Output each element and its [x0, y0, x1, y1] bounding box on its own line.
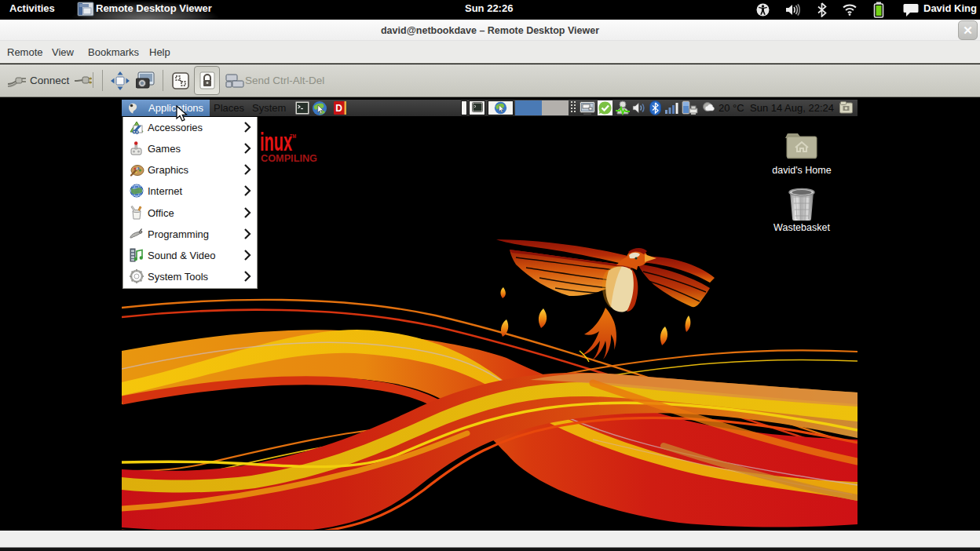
- svg-text:TM: TM: [290, 133, 296, 140]
- svg-text:D: D: [335, 103, 342, 114]
- svg-text:COMPILING: COMPILING: [261, 153, 317, 164]
- svg-text:inux: inux: [260, 126, 292, 156]
